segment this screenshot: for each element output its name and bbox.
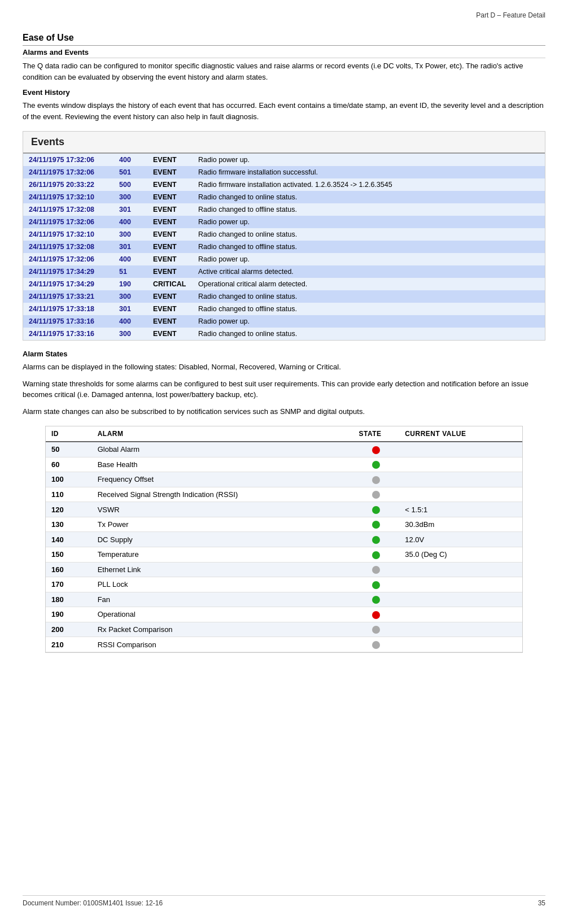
events-table: 24/11/1975 17:32:06 400 EVENT Radio powe…	[23, 154, 545, 340]
state-indicator	[372, 491, 380, 499]
alarm-id: 140	[46, 532, 92, 547]
alarm-current-value	[399, 577, 522, 592]
alarm-state	[353, 502, 399, 517]
event-datetime: 24/11/1975 17:32:10	[23, 228, 113, 241]
event-type: EVENT	[147, 166, 193, 178]
list-item: 170 PLL Lock	[46, 577, 522, 592]
event-description: Radio changed to online status.	[193, 328, 545, 340]
event-description: Operational critical alarm detected.	[193, 278, 545, 290]
alarm-current-value: 30.3dBm	[399, 517, 522, 532]
alarm-states-text2: Warning state thresholds for some alarms…	[23, 378, 545, 400]
list-item: 120 VSWR < 1.5:1	[46, 502, 522, 517]
alarm-id: 170	[46, 577, 92, 592]
document-number: Document Number: 0100SM1401 Issue: 12-16	[23, 899, 163, 907]
alarm-id: 150	[46, 547, 92, 562]
table-row: 24/11/1975 17:34:29 190 CRITICAL Operati…	[23, 278, 545, 290]
table-row: 24/11/1975 17:32:06 501 EVENT Radio firm…	[23, 166, 545, 178]
alarm-id: 120	[46, 502, 92, 517]
event-type: EVENT	[147, 178, 193, 191]
state-indicator	[372, 446, 380, 454]
alarm-id: 130	[46, 517, 92, 532]
alarm-name: Base Health	[92, 457, 353, 472]
alarm-table-container: IDALARMSTATECURRENT VALUE 50 Global Alar…	[45, 426, 523, 653]
event-description: Radio power up.	[193, 315, 545, 328]
state-indicator	[372, 461, 380, 469]
event-id: 51	[113, 265, 147, 278]
alarm-state	[353, 592, 399, 607]
event-datetime: 24/11/1975 17:32:06	[23, 216, 113, 228]
event-history-text: The events window displays the history o…	[23, 100, 545, 122]
header-title: Part D – Feature Detail	[476, 11, 545, 19]
state-indicator	[372, 566, 380, 574]
event-type: CRITICAL	[147, 278, 193, 290]
alarm-id: 50	[46, 442, 92, 457]
event-id: 400	[113, 315, 147, 328]
event-id: 301	[113, 303, 147, 315]
alarm-name: Ethernet Link	[92, 562, 353, 577]
event-datetime: 24/11/1975 17:33:16	[23, 315, 113, 328]
event-id: 501	[113, 166, 147, 178]
event-type: EVENT	[147, 228, 193, 241]
alarm-states-text3: Alarm state changes can also be subscrib…	[23, 406, 545, 417]
alarm-table-header: ALARM	[92, 426, 353, 442]
alarm-current-value	[399, 472, 522, 487]
table-row: 24/11/1975 17:33:21 300 EVENT Radio chan…	[23, 290, 545, 303]
event-type: EVENT	[147, 290, 193, 303]
event-type: EVENT	[147, 253, 193, 265]
table-row: 24/11/1975 17:32:06 400 EVENT Radio powe…	[23, 216, 545, 228]
alarm-name: Temperature	[92, 547, 353, 562]
event-datetime: 24/11/1975 17:33:18	[23, 303, 113, 315]
event-type: EVENT	[147, 191, 193, 203]
event-type: EVENT	[147, 315, 193, 328]
alarm-id: 160	[46, 562, 92, 577]
state-indicator	[372, 641, 380, 649]
alarm-states-text1: Alarms can be displayed in the following…	[23, 361, 545, 373]
table-row: 24/11/1975 17:32:08 301 EVENT Radio chan…	[23, 241, 545, 253]
alarm-table-header: CURRENT VALUE	[399, 426, 522, 442]
alarm-name: PLL Lock	[92, 577, 353, 592]
event-description: Radio changed to offline status.	[193, 241, 545, 253]
event-description: Radio changed to online status.	[193, 228, 545, 241]
state-indicator	[372, 521, 380, 529]
events-box-title: Events	[23, 132, 545, 154]
table-row: 24/11/1975 17:32:10 300 EVENT Radio chan…	[23, 228, 545, 241]
event-type: EVENT	[147, 154, 193, 166]
event-id: 400	[113, 154, 147, 166]
event-datetime: 24/11/1975 17:32:06	[23, 166, 113, 178]
alarm-current-value	[399, 622, 522, 637]
event-description: Radio firmware installation activated. 1…	[193, 178, 545, 191]
event-type: EVENT	[147, 328, 193, 340]
list-item: 100 Frequency Offset	[46, 472, 522, 487]
event-description: Radio changed to offline status.	[193, 203, 545, 216]
events-box: Events 24/11/1975 17:32:06 400 EVENT Rad…	[23, 131, 545, 341]
event-description: Radio changed to online status.	[193, 290, 545, 303]
alarm-current-value: 12.0V	[399, 532, 522, 547]
event-id: 300	[113, 228, 147, 241]
alarm-id: 200	[46, 622, 92, 637]
event-id: 301	[113, 203, 147, 216]
alarm-name: Frequency Offset	[92, 472, 353, 487]
event-description: Radio changed to offline status.	[193, 303, 545, 315]
alarm-current-value	[399, 637, 522, 652]
event-description: Radio power up.	[193, 216, 545, 228]
alarm-name: RSSI Comparison	[92, 637, 353, 652]
alarm-name: Tx Power	[92, 517, 353, 532]
alarm-state	[353, 562, 399, 577]
alarm-state	[353, 442, 399, 457]
alarm-state	[353, 472, 399, 487]
event-id: 400	[113, 253, 147, 265]
event-description: Radio firmware installation successful.	[193, 166, 545, 178]
state-indicator	[372, 596, 380, 604]
event-id: 190	[113, 278, 147, 290]
event-datetime: 24/11/1975 17:32:08	[23, 241, 113, 253]
event-datetime: 24/11/1975 17:34:29	[23, 265, 113, 278]
alarm-current-value	[399, 592, 522, 607]
list-item: 60 Base Health	[46, 457, 522, 472]
alarm-id: 210	[46, 637, 92, 652]
alarm-state	[353, 457, 399, 472]
table-row: 24/11/1975 17:33:16 300 EVENT Radio chan…	[23, 328, 545, 340]
page-header: Part D – Feature Detail	[23, 11, 545, 21]
event-id: 300	[113, 191, 147, 203]
list-item: 190 Operational	[46, 607, 522, 622]
alarm-state	[353, 607, 399, 622]
